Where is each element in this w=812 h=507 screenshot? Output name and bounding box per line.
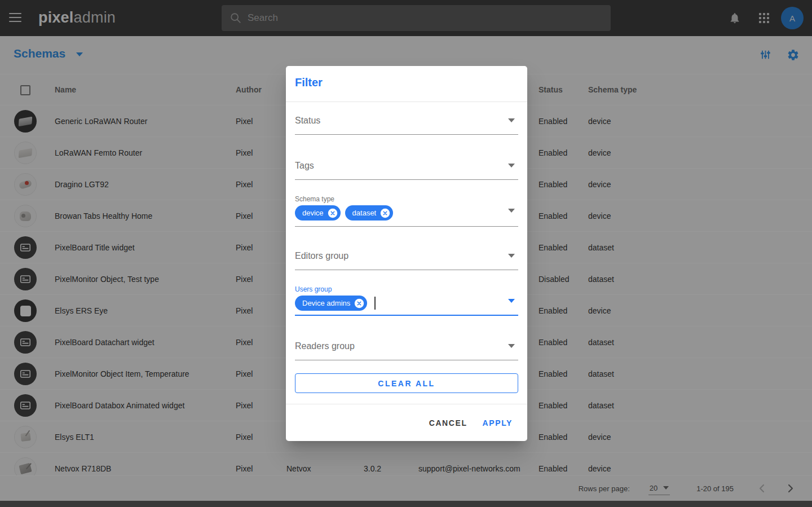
chip-close-icon[interactable] (354, 298, 364, 308)
users-group-label: Users group (295, 285, 332, 293)
chip-label: dataset (352, 209, 377, 217)
chip-label: Device admins (302, 299, 350, 307)
chip-close-icon[interactable] (380, 208, 390, 218)
status-select-arrow-icon[interactable] (508, 118, 515, 122)
users-group-chips: Device admins (295, 296, 376, 311)
clear-all-button[interactable]: CLEAR ALL (295, 373, 518, 393)
schema-type-chips: devicedataset (295, 205, 393, 221)
chip[interactable]: dataset (345, 205, 394, 221)
cancel-button[interactable]: CANCEL (429, 418, 467, 427)
users-underline-focused (295, 315, 518, 316)
readers-underline (295, 360, 518, 360)
editors-group-select[interactable]: Editors group (295, 251, 348, 261)
editors-group-arrow-icon[interactable] (508, 254, 515, 258)
readers-group-arrow-icon[interactable] (508, 344, 515, 348)
schema-type-label: Schema type (295, 195, 334, 203)
text-cursor (374, 297, 376, 310)
tags-select-arrow-icon[interactable] (508, 164, 515, 167)
readers-group-select[interactable]: Readers group (295, 341, 355, 351)
editors-underline (295, 270, 518, 270)
chip[interactable]: device (295, 205, 341, 221)
dialog-title: Filter (295, 76, 323, 89)
status-underline (295, 134, 518, 135)
filter-dialog: Filter Status Tags Schema type devicedat… (286, 66, 527, 441)
tags-select[interactable]: Tags (295, 161, 314, 171)
chip[interactable]: Device admins (295, 296, 367, 311)
chip-label: device (302, 209, 324, 217)
tags-underline (295, 179, 518, 180)
status-select[interactable]: Status (295, 116, 320, 126)
users-group-arrow-icon[interactable] (508, 299, 515, 303)
divider (286, 102, 527, 102)
chip-close-icon[interactable] (328, 208, 338, 218)
apply-button[interactable]: APPLY (483, 418, 513, 427)
schema-type-underline (295, 226, 518, 227)
schema-type-select-arrow-icon[interactable] (508, 209, 515, 213)
